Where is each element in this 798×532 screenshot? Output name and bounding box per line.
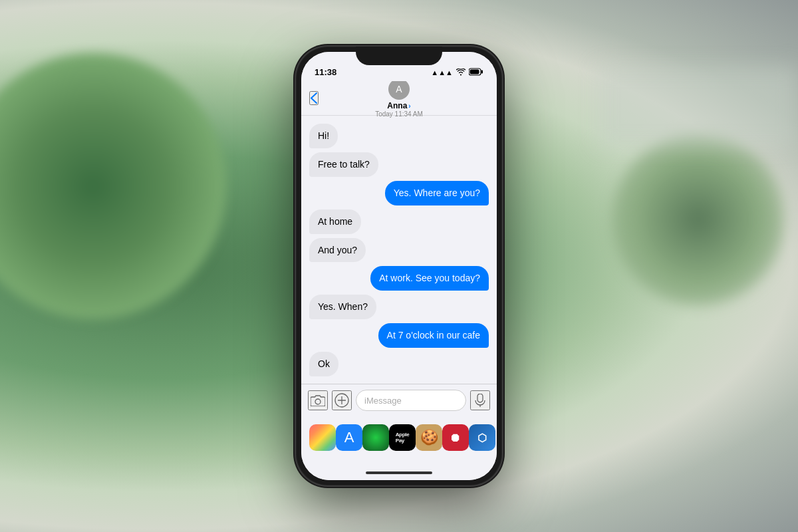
circle-icon[interactable] (362, 424, 389, 451)
camera-button[interactable] (308, 390, 328, 410)
blue-app-icon[interactable]: ⬡ (469, 424, 495, 451)
message-bubble: Hi! (309, 124, 338, 148)
svg-rect-2 (470, 70, 479, 74)
phone-screen: 11:38 ▲▲▲ (301, 52, 497, 480)
status-time: 11:38 (315, 67, 336, 77)
status-icons: ▲▲▲ (431, 68, 483, 77)
nav-center: A Anna › Today 11:34 AM (375, 78, 423, 118)
applepay-icon[interactable]: ApplePay (389, 424, 416, 451)
bg-strip (598, 66, 798, 146)
message-bubble: Yes. Where are you? (385, 181, 489, 205)
message-bubble: Ok (309, 352, 338, 376)
apps-button[interactable] (332, 390, 352, 410)
cookie-icon[interactable]: 🍪 (416, 424, 442, 451)
svg-point-3 (315, 399, 321, 404)
imessage-input[interactable]: iMessage (356, 390, 466, 411)
back-button[interactable] (309, 91, 319, 105)
message-bubble: At work. See you today? (370, 266, 489, 291)
phone-wrapper: 11:38 ▲▲▲ (296, 47, 502, 485)
dock: A ApplePay 🍪 ⏺ ⬡ (301, 416, 497, 466)
contact-chevron: › (408, 102, 410, 110)
input-area: iMessage (301, 384, 497, 416)
contact-avatar: A (388, 78, 410, 100)
message-bubble: Yes. When? (309, 295, 376, 319)
svg-rect-7 (477, 394, 483, 402)
appstore-icon[interactable]: A (336, 424, 362, 451)
iphone: 11:38 ▲▲▲ (296, 47, 502, 485)
notch (356, 47, 442, 65)
message-bubble: Free to talk? (309, 152, 378, 177)
svg-rect-1 (481, 70, 483, 74)
mic-button[interactable] (470, 390, 490, 410)
message-bubble: At 7 o'clock in our cafe (378, 323, 489, 348)
message-bubble-at-home: At home (309, 209, 361, 234)
battery-icon (469, 68, 483, 77)
nav-bar: A Anna › Today 11:34 AM (301, 81, 497, 116)
signal-icon: ▲▲▲ (431, 68, 453, 76)
photos-icon[interactable] (309, 424, 336, 451)
wifi-icon (456, 68, 466, 77)
nav-timestamp: Today 11:34 AM (375, 110, 423, 118)
red-record-icon[interactable]: ⏺ (442, 424, 469, 451)
message-bubble: And you? (309, 238, 366, 263)
home-indicator (301, 466, 497, 480)
messages-area: Hi! Free to talk? Yes. Where are you? At… (301, 116, 497, 384)
input-placeholder: iMessage (364, 396, 402, 406)
contact-name[interactable]: Anna › (387, 101, 410, 110)
bg-blob-right (612, 133, 785, 306)
home-bar (366, 471, 432, 474)
